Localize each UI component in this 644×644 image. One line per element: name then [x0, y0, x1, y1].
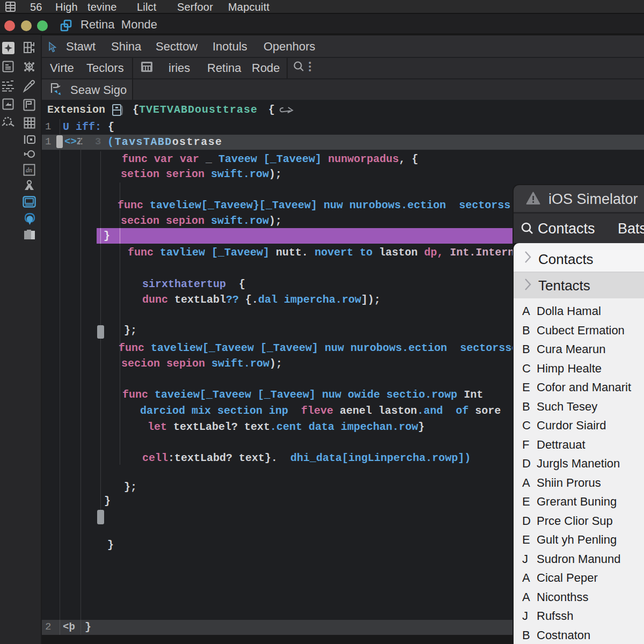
svg-text:dn: dn: [26, 166, 32, 174]
